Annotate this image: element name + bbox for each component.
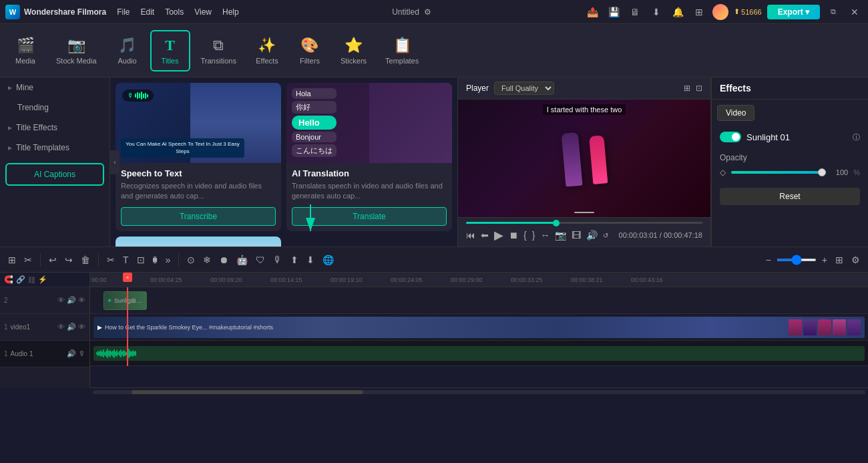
download-icon[interactable]: ⬇: [648, 4, 664, 20]
undo-icon[interactable]: ↩: [46, 253, 59, 267]
magnet-icon[interactable]: 🧲: [4, 275, 13, 284]
sidebar-item-title-effects[interactable]: ▶ Title Effects: [0, 118, 110, 138]
effect-toggle[interactable]: [720, 132, 741, 142]
extract-icon[interactable]: ⬆: [288, 253, 301, 267]
sidebar-item-title-templates[interactable]: ▶ Title Templates: [0, 138, 110, 158]
progress-bar[interactable]: [466, 222, 702, 224]
timeline-scrollbar[interactable]: [90, 388, 868, 396]
tool-transitions[interactable]: ⧉ Transitions: [193, 31, 244, 70]
opacity-slider[interactable]: [731, 171, 826, 174]
ai-track-icon[interactable]: ⚡: [38, 275, 47, 284]
zoom-in-icon[interactable]: +: [819, 253, 830, 267]
mark-out-icon[interactable]: }: [532, 230, 535, 241]
tool-templates[interactable]: 📋 Templates: [377, 31, 427, 70]
close-icon[interactable]: ✕: [847, 4, 863, 20]
freeze-icon[interactable]: ❄: [200, 253, 214, 267]
tool-filters[interactable]: 🎨 Filters: [290, 31, 330, 70]
skip-back-icon[interactable]: ⏮: [466, 230, 475, 241]
settings-tl-icon[interactable]: ⚙: [849, 253, 863, 267]
track-lock-icon[interactable]: 🔊: [67, 296, 76, 305]
export-button[interactable]: Export ▾: [767, 5, 820, 19]
menu-help[interactable]: Help: [222, 7, 239, 17]
track-audio-vol-icon[interactable]: 🔊: [67, 349, 76, 358]
transitions-icon: ⧉: [213, 37, 224, 54]
sidebar-item-trending[interactable]: Trending: [0, 98, 110, 118]
motion-icon[interactable]: ⊙: [184, 253, 198, 267]
tool-stock-media[interactable]: 📷 Stock Media: [48, 31, 105, 70]
fullscreen-icon[interactable]: ⊡: [696, 84, 702, 93]
grid-view-icon[interactable]: ⊞: [684, 84, 690, 93]
grid-tl-icon[interactable]: ⊞: [833, 253, 846, 267]
redo-icon[interactable]: ↪: [62, 253, 75, 267]
speech-to-text-card[interactable]: 🎙 You Can Make AI Speec: [116, 83, 281, 231]
ai-translation-card[interactable]: Hola 你好 Hello Bonjour こんにちは AI Translati…: [286, 83, 452, 231]
mask-icon[interactable]: ⧯: [150, 253, 160, 267]
render-icon[interactable]: 🎞: [572, 230, 581, 241]
tool-stickers[interactable]: ⭐ Stickers: [333, 31, 375, 70]
unlink-icon[interactable]: ⛓: [28, 276, 35, 284]
translate-tl-icon[interactable]: 🌐: [320, 253, 337, 267]
split-view-icon[interactable]: ⊞: [5, 253, 19, 267]
audio-clip[interactable]: [93, 346, 865, 361]
snapshot-icon[interactable]: 📷: [555, 230, 566, 241]
delete-icon[interactable]: 🗑: [78, 253, 93, 267]
menu-edit[interactable]: Edit: [140, 7, 154, 17]
more-tools-icon[interactable]: »: [163, 253, 174, 267]
track-audio-mic-icon[interactable]: 🎙: [78, 349, 85, 358]
shield-icon[interactable]: 🛡: [253, 253, 268, 267]
share-icon[interactable]: 📤: [584, 4, 600, 20]
menu-view[interactable]: View: [194, 7, 212, 17]
sidebar-item-mine[interactable]: ▶ Mine: [0, 78, 110, 98]
track-eye-icon[interactable]: 👁: [57, 296, 65, 305]
crop-tool-icon[interactable]: ⊡: [134, 253, 148, 267]
monitor-icon[interactable]: 🖥: [627, 4, 643, 20]
tool-audio[interactable]: 🎵 Audio: [107, 31, 148, 70]
track-content: 00:00 00:00:04:25 00:00:09:20 00:00:14:1…: [90, 273, 868, 388]
player-tab[interactable]: Player: [466, 84, 489, 93]
tool-titles[interactable]: T Titles: [150, 30, 190, 71]
zoom-out-icon[interactable]: −: [763, 253, 774, 267]
rotate-icon[interactable]: ↺: [603, 232, 608, 239]
import-icon[interactable]: ⬇: [304, 253, 317, 267]
sunlight-clip[interactable]: ☀ Sunlig⊞t 01: [103, 291, 147, 310]
volume-icon[interactable]: 🔊: [586, 230, 598, 241]
stop-icon[interactable]: ⏹: [509, 230, 518, 241]
ai-icon[interactable]: 🤖: [234, 253, 250, 267]
track-eye-icon-2[interactable]: 👁: [57, 323, 65, 331]
menu-tools[interactable]: Tools: [165, 7, 184, 17]
crop-icon[interactable]: ✂: [21, 253, 35, 267]
effect-info-icon[interactable]: ⓘ: [853, 132, 860, 142]
transcribe-button[interactable]: Transcribe: [121, 207, 276, 226]
track-hide-icon-2[interactable]: 👁: [78, 323, 85, 331]
menu-file[interactable]: File: [117, 7, 130, 17]
cut-icon[interactable]: ✂: [104, 253, 118, 267]
mark-in-icon[interactable]: {: [523, 230, 527, 241]
notification-icon[interactable]: 🔔: [670, 4, 686, 20]
translate-button[interactable]: Translate: [292, 207, 447, 226]
opacity-diamond[interactable]: ◇: [720, 168, 726, 177]
restore-icon[interactable]: ⧉: [825, 4, 841, 20]
reset-button[interactable]: Reset: [720, 188, 860, 205]
ai-captions-button[interactable]: AI Captions: [5, 163, 104, 186]
third-card[interactable]: Your Text Here: [116, 237, 281, 247]
track-vol-icon-2[interactable]: 🔊: [67, 323, 76, 331]
link-icon[interactable]: 🔗: [16, 275, 25, 284]
apps-icon[interactable]: ⊞: [691, 4, 707, 20]
range-icon[interactable]: ↔: [540, 230, 550, 241]
save-icon[interactable]: 💾: [606, 4, 622, 20]
mic-tl-icon[interactable]: 🎙: [270, 253, 285, 267]
tool-effects[interactable]: ✨ Effects: [247, 31, 287, 70]
user-avatar[interactable]: [712, 4, 728, 20]
record-icon[interactable]: ⏺: [216, 253, 231, 267]
progress-fill: [466, 222, 556, 224]
video-tab[interactable]: Video: [717, 105, 754, 121]
frame-back-icon[interactable]: ⬅: [481, 230, 489, 241]
track-hide-icon[interactable]: 👁: [78, 296, 85, 305]
play-icon[interactable]: ▶: [494, 228, 503, 243]
main-video-clip[interactable]: ▶ How to Get the Sparkle Smokey Eye... #…: [93, 317, 865, 338]
text-icon[interactable]: T: [120, 253, 132, 267]
zoom-slider[interactable]: [777, 259, 817, 261]
quality-select[interactable]: Full Quality 1/2 Quality 1/4 Quality: [494, 82, 554, 95]
stock-media-icon: 📷: [67, 37, 85, 54]
tool-media[interactable]: 🎬 Media: [5, 31, 45, 70]
